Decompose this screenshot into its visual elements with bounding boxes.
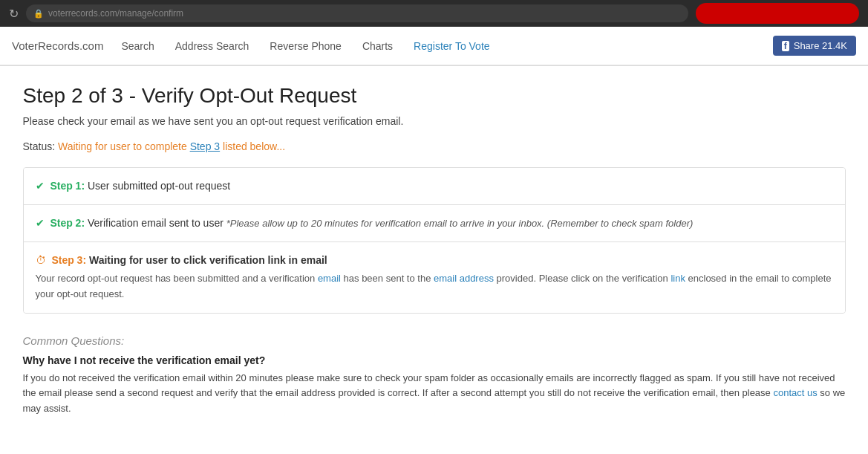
step2-label: Step 2: xyxy=(50,217,85,229)
step2-detail: *Please allow up to 20 minutes for verif… xyxy=(226,218,694,229)
url-bar[interactable]: 🔒 voterrecords.com/manage/confirm xyxy=(26,4,688,22)
url-text: voterrecords.com/manage/confirm xyxy=(48,8,183,19)
step-1-row: ✔ Step 1: User submitted opt-out request xyxy=(24,168,845,205)
main-content: Step 2 of 3 - Verify Opt-Out Request Ple… xyxy=(11,66,858,435)
browser-chrome: ↻ 🔒 voterrecords.com/manage/confirm xyxy=(0,0,868,27)
navbar: VoterRecords.com Search Address Search R… xyxy=(0,27,868,65)
step3-body-text: Your record opt-out request has been sub… xyxy=(36,273,832,299)
step3-label: Step 3: xyxy=(51,254,86,266)
step3-body: Your record opt-out request has been sub… xyxy=(36,271,833,302)
page-subtitle: Please check your email as we have sent … xyxy=(23,115,846,127)
nav-link-charts[interactable]: Charts xyxy=(362,40,393,52)
question-1-body: If you do not received the verification … xyxy=(23,371,846,417)
step3-address-link[interactable]: email address xyxy=(434,273,494,284)
nav-link-register[interactable]: Register To Vote xyxy=(414,40,489,52)
step3-clock-icon: ⏱ xyxy=(36,254,46,266)
step2-check-icon: ✔ xyxy=(36,217,45,229)
step-3-row: ⏱ Step 3: Waiting for user to click veri… xyxy=(24,242,845,313)
step3-link[interactable]: Step 3 xyxy=(190,140,220,152)
status-line: Status: Waiting for user to complete Ste… xyxy=(23,140,846,152)
navbar-brand: VoterRecords.com xyxy=(12,39,103,52)
contact-us-link[interactable]: contact us xyxy=(773,387,817,398)
navbar-links: Search Address Search Reverse Phone Char… xyxy=(121,40,772,52)
step1-text: User submitted opt-out request xyxy=(88,180,230,192)
nav-link-reverse-phone[interactable]: Reverse Phone xyxy=(270,40,342,52)
nav-link-search[interactable]: Search xyxy=(121,40,154,52)
status-prefix: Status: xyxy=(23,140,58,152)
steps-container: ✔ Step 1: User submitted opt-out request… xyxy=(23,167,846,314)
step3-email-link[interactable]: email xyxy=(318,273,341,284)
step-2-row: ✔ Step 2: Verification email sent to use… xyxy=(24,205,845,242)
lock-icon: 🔒 xyxy=(33,9,44,19)
common-questions-title: Common Questions: xyxy=(23,334,846,347)
step3-text: Waiting for user to click verification l… xyxy=(89,254,327,266)
question-1-title: Why have I not receive the verification … xyxy=(23,354,846,366)
facebook-share-button[interactable]: f Share 21.4K xyxy=(773,36,856,56)
status-waiting-text: Waiting for user to complete Step 3 list… xyxy=(58,140,285,152)
nav-link-address-search[interactable]: Address Search xyxy=(175,40,249,52)
navbar-right: f Share 21.4K xyxy=(773,36,856,56)
page-title: Step 2 of 3 - Verify Opt-Out Request xyxy=(23,84,846,108)
common-questions: Common Questions: Why have I not receive… xyxy=(23,334,846,417)
step1-check-icon: ✔ xyxy=(36,180,45,192)
step3-header: ⏱ Step 3: Waiting for user to click veri… xyxy=(36,253,833,268)
refresh-icon[interactable]: ↻ xyxy=(9,7,19,21)
step1-label: Step 1: xyxy=(50,180,85,192)
step2-text: Verification email sent to user xyxy=(88,217,223,229)
share-button-label: Share 21.4K xyxy=(794,40,847,51)
facebook-icon: f xyxy=(782,41,789,51)
browser-action-button[interactable] xyxy=(696,3,859,24)
step3-link2[interactable]: link xyxy=(670,273,685,284)
